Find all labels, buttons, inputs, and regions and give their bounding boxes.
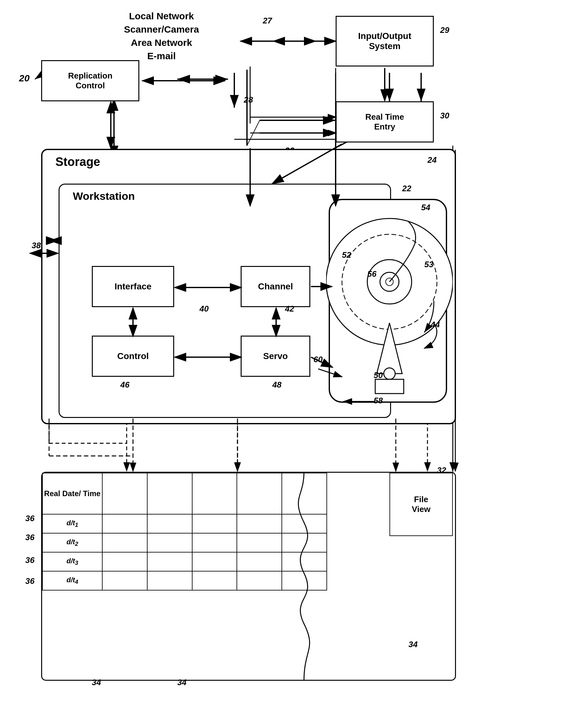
table-cell-r4c3	[147, 571, 192, 590]
ref-48: 48	[272, 380, 281, 390]
table-cell-r4c5	[237, 571, 282, 590]
ref-50: 50	[374, 371, 383, 380]
table-header-datetime: Real Date/ Time	[42, 473, 102, 514]
diagram-container: 20 Local Network Scanner/Camera Area Net…	[0, 0, 588, 701]
storage-label: Storage	[55, 155, 100, 169]
control-box: Control	[92, 335, 174, 377]
ref-36-2: 36	[25, 532, 34, 542]
ref-22: 22	[402, 184, 411, 194]
ref-34-2: 34	[177, 678, 187, 687]
svg-point-41	[384, 368, 395, 379]
ref-27: 27	[263, 16, 272, 26]
table-cell-r1c3	[147, 514, 192, 533]
table-row: d/t3	[42, 552, 327, 571]
svg-rect-42	[375, 379, 404, 394]
ref-54: 54	[421, 203, 430, 212]
ref-36-1: 36	[25, 513, 34, 523]
replication-control-box: Replication Control	[41, 60, 139, 101]
ref-38: 38	[32, 241, 41, 250]
ref-36-3: 36	[25, 555, 34, 565]
table-row: d/t2	[42, 533, 327, 552]
table-cell-r3c5	[237, 552, 282, 571]
ref-58: 58	[374, 396, 383, 406]
svg-line-10	[247, 120, 260, 146]
table-cell-dt1: d/t1	[42, 514, 102, 533]
disk-svg	[326, 196, 453, 412]
table-row: d/t4	[42, 571, 327, 590]
ref-53: 53	[424, 260, 433, 269]
data-table: Real Date/ Time d/t1 d/t2	[42, 473, 327, 591]
interface-box: Interface	[92, 266, 174, 307]
ref-56: 56	[367, 269, 377, 279]
channel-box: Channel	[241, 266, 310, 307]
ref-34-1: 34	[92, 678, 101, 687]
ref-24: 24	[427, 155, 437, 165]
table-cell-r2c4	[192, 533, 237, 552]
ref-30: 30	[440, 111, 449, 121]
ref-28: 28	[244, 95, 253, 105]
ref-52: 52	[342, 250, 351, 260]
ref-36-4: 36	[25, 576, 34, 586]
table-cell-r4c2	[102, 571, 147, 590]
table-cell-r3c3	[147, 552, 192, 571]
wavy-break-svg	[285, 472, 323, 681]
ref-46: 46	[120, 380, 130, 390]
table-cell-r3c4	[192, 552, 237, 571]
table-header-col2	[102, 473, 147, 514]
table-cell-r1c2	[102, 514, 147, 533]
table-cell-dt2: d/t2	[42, 533, 102, 552]
workstation-label: Workstation	[73, 190, 135, 202]
ref-44: 44	[431, 320, 440, 329]
table-cell-r1c4	[192, 514, 237, 533]
table-header-col3	[147, 473, 192, 514]
table-cell-r2c3	[147, 533, 192, 552]
table-row: d/t1	[42, 514, 327, 533]
ref-40: 40	[199, 304, 209, 314]
table-header-col4	[192, 473, 237, 514]
table-cell-dt3: d/t3	[42, 552, 102, 571]
local-network-text: Local Network Scanner/Camera Area Networ…	[89, 9, 234, 63]
ref-29: 29	[440, 25, 449, 35]
ref-34-3: 34	[408, 640, 418, 649]
ref-42: 42	[285, 304, 294, 314]
ref-60: 60	[314, 355, 323, 365]
table-cell-r2c5	[237, 533, 282, 552]
table-cell-r1c5	[237, 514, 282, 533]
real-time-entry-box: Real Time Entry	[336, 101, 434, 143]
table-header-col5	[237, 473, 282, 514]
file-view-box: File View	[389, 473, 453, 536]
table-cell-r4c4	[192, 571, 237, 590]
table-cell-dt4: d/t4	[42, 571, 102, 590]
table-cell-r2c2	[102, 533, 147, 552]
input-output-box: Input/Output System	[336, 16, 434, 66]
servo-box: Servo	[241, 335, 310, 377]
table-cell-r3c2	[102, 552, 147, 571]
